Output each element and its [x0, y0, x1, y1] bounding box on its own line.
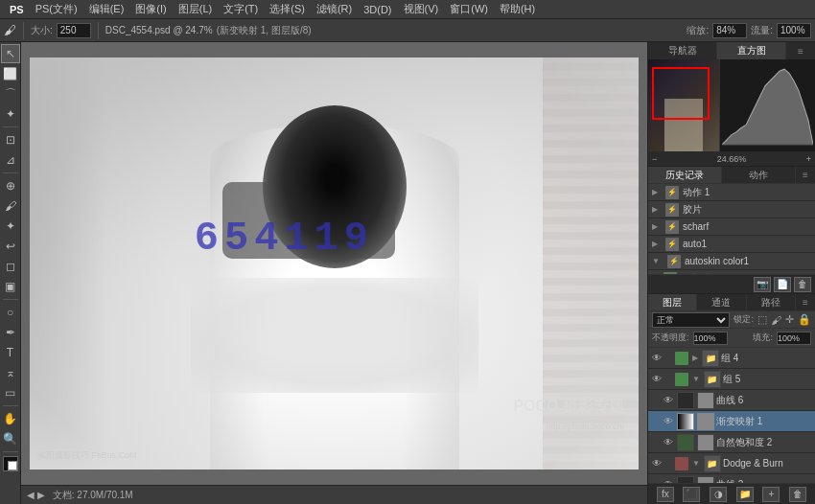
layer-eye-group4[interactable]: 👁 — [650, 352, 664, 365]
history-brush-tool[interactable]: ↩ — [1, 237, 20, 256]
menu-item-window[interactable]: 窗口(W) — [444, 2, 494, 16]
zoom-plus[interactable]: + — [806, 154, 811, 164]
tab-layers[interactable]: 图层 — [648, 294, 697, 310]
move-tool[interactable]: ↖ — [1, 44, 20, 63]
layer-eye-gradient1[interactable]: 👁 — [662, 415, 675, 428]
status-arrows[interactable]: ◀ ▶ — [27, 490, 45, 500]
opacity-input[interactable] — [693, 332, 728, 345]
tool-sep-5 — [3, 451, 18, 452]
nav-expand-btn[interactable]: ≡ — [786, 42, 815, 59]
canvas-container[interactable]: 654119 POCO 摄影专题 http://photo.poco.cn/ 实… — [21, 42, 647, 485]
blend-mode-row: 正常 溶解 变暗 锁定: ⬚ 🖌 ✛ 🔒 — [648, 311, 815, 329]
layer-gradient1[interactable]: 👁 渐变映射 1 — [648, 411, 815, 432]
navigator-section: 导航器 直方图 ≡ — [648, 42, 815, 167]
menu-item-help[interactable]: 帮助(H) — [494, 2, 541, 16]
path-select-tool[interactable]: ⌅ — [1, 363, 20, 382]
layer-new-btn[interactable]: + — [762, 487, 780, 502]
layer-mask-gradient1 — [697, 413, 714, 430]
heal-tool[interactable]: ⊕ — [1, 176, 20, 195]
layers-bottom: fx ⬛ ◑ 📁 + 🗑 — [648, 483, 815, 504]
menu-item-view[interactable]: 视图(V) — [398, 2, 445, 16]
layer-color-swatch-dodge — [675, 457, 688, 470]
blend-mode-select[interactable]: 正常 溶解 变暗 — [652, 312, 730, 328]
history-menu-btn[interactable]: ≡ — [796, 167, 815, 183]
lock-all[interactable]: 🔒 — [798, 313, 811, 326]
history-item-autoskin[interactable]: ▼ ⚡ autoskin color1 — [648, 253, 815, 270]
zoom-input[interactable] — [712, 23, 747, 38]
history-item-action1[interactable]: ▶ ⚡ 动作 1 — [648, 184, 815, 201]
layer-eye-saturation2[interactable]: 👁 — [662, 436, 675, 449]
layer-curve6[interactable]: 👁 曲线 6 — [648, 390, 815, 411]
zoom-minus[interactable]: − — [652, 154, 657, 164]
layer-mask-btn[interactable]: ⬛ — [683, 487, 700, 502]
magic-wand-tool[interactable]: ✦ — [1, 104, 20, 124]
menu-item-image[interactable]: 图像(I) — [129, 2, 172, 16]
zoom-tool[interactable]: 🔍 — [1, 429, 20, 448]
layer-thumb-saturation2 — [677, 434, 694, 451]
flow-label: 流量: — [751, 24, 773, 37]
layer-eye-curve6[interactable]: 👁 — [662, 394, 675, 407]
history-icon: ⚡ — [665, 238, 679, 251]
menu-item-file[interactable]: PS(文件) — [30, 2, 83, 16]
dodge-tool[interactable]: ○ — [1, 303, 20, 322]
menu-bar: PS PS(文件) 编辑(E) 图像(I) 图层(L) 文字(T) 选择(S) … — [0, 0, 815, 19]
nav-tabs: 导航器 直方图 ≡ — [648, 42, 815, 59]
history-new-doc-btn[interactable]: 📄 — [774, 277, 791, 292]
tab-channels[interactable]: 通道 — [697, 294, 746, 310]
clone-tool[interactable]: ✦ — [1, 217, 20, 236]
lock-move[interactable]: ✛ — [785, 313, 794, 326]
layer-mask-saturation2 — [697, 434, 714, 451]
history-delete-btn[interactable]: 🗑 — [794, 277, 811, 292]
fill-input[interactable] — [777, 332, 811, 345]
text-tool[interactable]: T — [1, 343, 20, 362]
menu-item-layer[interactable]: 图层(L) — [173, 2, 218, 16]
tab-histogram[interactable]: 直方图 — [717, 42, 786, 59]
menu-item-ps[interactable]: PS — [4, 4, 30, 15]
layer-eye-group5[interactable]: 👁 — [650, 373, 664, 386]
layer-adj-btn[interactable]: ◑ — [710, 487, 727, 502]
history-item-film[interactable]: ▶ ⚡ 胶片 — [648, 201, 815, 218]
foreground-color[interactable] — [3, 456, 18, 471]
lock-label: 锁定: — [734, 313, 754, 326]
menu-item-filter[interactable]: 滤镜(R) — [311, 2, 358, 16]
shape-tool[interactable]: ▭ — [1, 383, 20, 402]
lock-transparent[interactable]: ⬚ — [757, 313, 767, 326]
history-item-scharf[interactable]: ▶ ⚡ scharf — [648, 218, 815, 236]
layer-name-group4: 组 4 — [721, 352, 813, 365]
tab-navigator[interactable]: 导航器 — [648, 42, 717, 59]
layer-group-btn[interactable]: 📁 — [736, 487, 754, 502]
layer-eye-dodge[interactable]: 👁 — [650, 457, 664, 470]
layer-group5[interactable]: 👁 ▼ 📁 组 5 — [648, 369, 815, 390]
history-item-auto1[interactable]: ▶ ⚡ auto1 — [648, 236, 815, 253]
tab-history[interactable]: 历史记录 — [648, 167, 722, 183]
layer-curve2[interactable]: 👁 曲线 2 — [648, 474, 815, 483]
eraser-tool[interactable]: ◻ — [1, 257, 20, 276]
lasso-tool[interactable]: ⌒ — [1, 84, 20, 103]
eyedropper-tool[interactable]: ⊿ — [1, 150, 20, 170]
crop-tool[interactable]: ⊡ — [1, 130, 20, 149]
brush-tool[interactable]: 🖌 — [1, 196, 20, 216]
nav-red-box[interactable] — [652, 67, 710, 120]
menu-item-edit[interactable]: 编辑(E) — [83, 2, 130, 16]
menu-item-text[interactable]: 文字(T) — [218, 2, 264, 16]
layer-saturation2[interactable]: 👁 自然饱和度 2 — [648, 432, 815, 453]
flow-input[interactable] — [777, 23, 811, 38]
layer-group4[interactable]: 👁 ▶ 📁 组 4 — [648, 348, 815, 369]
lock-paint[interactable]: 🖌 — [771, 314, 781, 326]
marquee-tool[interactable]: ⬜ — [1, 64, 20, 83]
layers-menu-btn[interactable]: ≡ — [796, 294, 815, 310]
history-snapshot-btn[interactable]: 📷 — [754, 277, 771, 292]
layer-fx-btn[interactable]: fx — [657, 487, 674, 502]
expand-icon: ▶ — [652, 205, 658, 214]
pen-tool[interactable]: ✒ — [1, 323, 20, 342]
gradient-tool[interactable]: ▣ — [1, 277, 20, 296]
brush-size-input[interactable] — [57, 23, 91, 38]
menu-item-3d[interactable]: 3D(D) — [358, 4, 397, 15]
hand-tool[interactable]: ✋ — [1, 409, 20, 428]
layer-delete-btn[interactable]: 🗑 — [789, 487, 806, 502]
layer-name-curve6: 曲线 6 — [716, 394, 813, 407]
tab-paths[interactable]: 路径 — [747, 294, 796, 310]
menu-item-select[interactable]: 选择(S) — [264, 2, 311, 16]
tab-actions[interactable]: 动作 — [722, 167, 796, 183]
layer-dodge-burn[interactable]: 👁 ▼ 📁 Dodge & Burn — [648, 453, 815, 474]
